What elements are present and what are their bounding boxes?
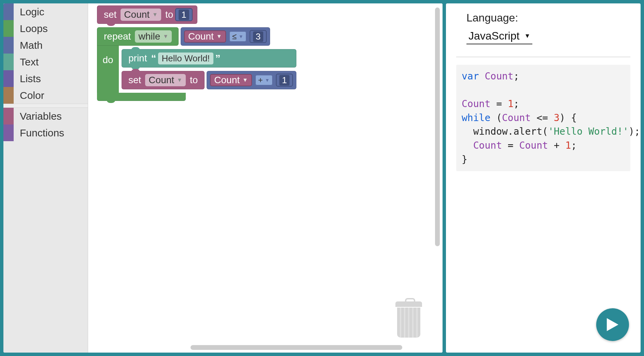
open-quote-icon: “ bbox=[151, 53, 156, 64]
sidebar-item-label: Functions bbox=[14, 127, 64, 139]
sidebar-item-functions[interactable]: Functions bbox=[3, 124, 88, 141]
vertical-scrollbar[interactable] bbox=[435, 8, 440, 246]
string-input[interactable]: Hello World! bbox=[158, 53, 213, 64]
variable-dropdown[interactable]: Count▼ bbox=[145, 74, 186, 86]
variable-reference[interactable]: Count▼ bbox=[210, 74, 252, 86]
sidebar-item-logic[interactable]: Logic bbox=[3, 3, 88, 20]
variable-dropdown[interactable]: Count▼ bbox=[121, 9, 161, 21]
number-input[interactable]: 1 bbox=[276, 74, 293, 87]
block-set-variable[interactable]: set Count▼ to bbox=[122, 71, 205, 89]
sidebar-item-math[interactable]: Math bbox=[3, 37, 88, 54]
repeat-header[interactable]: repeat while▼ bbox=[97, 27, 179, 46]
repeat-mode-dropdown[interactable]: while▼ bbox=[135, 30, 172, 43]
category-sidebar: Logic Loops Math Text Lists Color bbox=[3, 3, 88, 353]
operator-dropdown[interactable]: ≤▼ bbox=[229, 31, 246, 42]
math-expression[interactable]: Count▼ +▼ 1 bbox=[207, 71, 296, 89]
sidebar-item-text[interactable]: Text bbox=[3, 54, 88, 70]
block-keyword-repeat: repeat bbox=[104, 31, 131, 42]
svg-marker-0 bbox=[607, 318, 618, 331]
sidebar-item-label: Lists bbox=[14, 73, 41, 85]
block-keyword-to: to bbox=[165, 9, 173, 20]
language-dropdown[interactable]: JavaScript ▼ bbox=[466, 30, 532, 44]
block-keyword-to: to bbox=[190, 75, 198, 86]
chevron-down-icon: ▼ bbox=[152, 12, 158, 18]
category-color-swatch bbox=[3, 87, 14, 104]
category-color-swatch bbox=[3, 54, 14, 70]
variable-reference[interactable]: Count▼ bbox=[184, 30, 226, 43]
sidebar-item-label: Logic bbox=[14, 6, 44, 18]
sidebar-item-label: Loops bbox=[14, 23, 48, 34]
divider bbox=[456, 57, 630, 57]
sidebar-item-label: Variables bbox=[14, 110, 62, 122]
chevron-down-icon: ▼ bbox=[524, 32, 530, 40]
chevron-down-icon: ▼ bbox=[265, 77, 270, 83]
chevron-down-icon: ▼ bbox=[242, 77, 248, 83]
sidebar-separator bbox=[3, 104, 88, 108]
language-label: Language: bbox=[456, 12, 630, 24]
category-color-swatch bbox=[3, 3, 14, 20]
repeat-footer bbox=[97, 93, 186, 101]
block-print[interactable]: print “ Hello World! ” bbox=[122, 49, 296, 68]
condition-expression[interactable]: Count▼ ≤▼ 3 bbox=[181, 27, 270, 46]
category-color-swatch bbox=[3, 70, 14, 87]
close-quote-icon: ” bbox=[215, 53, 221, 64]
run-button[interactable] bbox=[596, 308, 629, 341]
block-keyword-print: print bbox=[128, 53, 147, 64]
sidebar-item-lists[interactable]: Lists bbox=[3, 70, 88, 87]
code-panel: Language: JavaScript ▼ var Count; Count … bbox=[446, 3, 641, 353]
block-workspace[interactable]: set Count▼ to 1 repeat bbox=[88, 3, 443, 353]
category-color-swatch bbox=[3, 37, 14, 54]
chevron-down-icon: ▼ bbox=[239, 34, 243, 39]
repeat-mode: while bbox=[138, 31, 160, 42]
play-icon bbox=[607, 318, 618, 331]
block-keyword-set: set bbox=[104, 9, 116, 20]
sidebar-item-label: Text bbox=[14, 56, 39, 68]
editor-panel: Logic Loops Math Text Lists Color bbox=[3, 3, 443, 353]
category-color-swatch bbox=[3, 108, 14, 124]
operator-dropdown[interactable]: +▼ bbox=[255, 75, 272, 85]
repeat-arm: do bbox=[97, 46, 119, 93]
sidebar-item-variables[interactable]: Variables bbox=[3, 108, 88, 124]
number-input[interactable]: 3 bbox=[250, 30, 267, 43]
sidebar-item-label: Color bbox=[14, 90, 44, 101]
number-input[interactable]: 1 bbox=[175, 8, 192, 21]
language-value: JavaScript bbox=[468, 30, 519, 42]
trash-icon[interactable] bbox=[395, 301, 422, 339]
block-stack[interactable]: set Count▼ to 1 repeat bbox=[97, 5, 296, 101]
category-color-swatch bbox=[3, 20, 14, 37]
block-set-variable[interactable]: set Count▼ to 1 bbox=[97, 5, 197, 24]
block-repeat-while[interactable]: repeat while▼ Count▼ ≤▼ bbox=[97, 27, 296, 101]
horizontal-scrollbar[interactable] bbox=[191, 345, 402, 350]
variable-name: Count bbox=[149, 75, 174, 86]
sidebar-item-label: Math bbox=[14, 40, 43, 51]
generated-code: var Count; Count = 1; while (Count <= 3)… bbox=[456, 65, 630, 171]
app-frame: Logic Loops Math Text Lists Color bbox=[0, 0, 644, 356]
variable-name: Count bbox=[124, 9, 150, 20]
chevron-down-icon: ▼ bbox=[163, 33, 168, 40]
block-keyword-set: set bbox=[128, 75, 141, 86]
chevron-down-icon: ▼ bbox=[177, 77, 182, 83]
chevron-down-icon: ▼ bbox=[216, 33, 222, 40]
sidebar-item-loops[interactable]: Loops bbox=[3, 20, 88, 37]
category-color-swatch bbox=[3, 124, 14, 141]
sidebar-item-color[interactable]: Color bbox=[3, 87, 88, 104]
block-keyword-do: do bbox=[97, 46, 119, 65]
